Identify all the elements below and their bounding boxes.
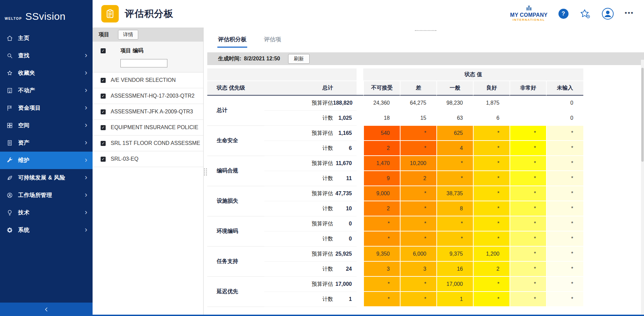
status-cell: * xyxy=(546,171,583,186)
sidebar-item-8[interactable]: 可持续发展 & 风险 › xyxy=(0,169,93,187)
more-options-button[interactable]: ••• xyxy=(625,9,634,18)
page-title: 评估积分板 xyxy=(125,7,173,20)
select-all-checkbox[interactable]: ✓ xyxy=(101,48,106,53)
status-column-header: 非常好 xyxy=(509,81,546,96)
projects-panel: 项目 详情 ✓ 项目 编码 ✓ A/E VENDOR SELECTION ✓ A… xyxy=(93,28,203,316)
tab-assessment-items[interactable]: 评估项 xyxy=(263,34,282,48)
projects-panel-tabs: 项目 详情 xyxy=(93,28,203,42)
priority-label: 总计 xyxy=(207,96,264,126)
priority-label: 延迟优先 xyxy=(207,277,264,307)
status-cell: * xyxy=(546,292,583,307)
lightbulb-icon xyxy=(6,209,13,216)
gutter xyxy=(357,277,363,292)
status-cell: 98,230 xyxy=(436,96,473,111)
status-cell: * xyxy=(473,231,509,247)
status-header-row: 状态 优先级 总计 不可接受差一般良好非常好未输入 xyxy=(207,81,583,96)
sidebar-item-5[interactable]: 空间 › xyxy=(0,117,93,134)
status-cell: * xyxy=(473,216,509,231)
project-checkbox[interactable]: ✓ xyxy=(101,109,106,114)
project-checkbox[interactable]: ✓ xyxy=(101,157,106,162)
user-avatar-button[interactable] xyxy=(601,7,614,20)
status-cell: * xyxy=(400,126,436,141)
project-checkbox[interactable]: ✓ xyxy=(101,78,106,83)
status-cell: * xyxy=(400,201,436,216)
tab-details[interactable]: 详情 xyxy=(118,30,138,40)
chevron-left-icon xyxy=(44,307,49,312)
sidebar-item-11[interactable]: 系统 › xyxy=(0,221,93,239)
project-code-filter-input[interactable] xyxy=(120,59,167,67)
sidebar-item-9[interactable]: 工作场所管理 › xyxy=(0,187,93,204)
sidebar-item-label: 工作场所管理 xyxy=(18,192,52,199)
status-priority-header: 状态 优先级 xyxy=(207,81,264,96)
status-value-header-row: 状态 值 xyxy=(207,68,583,81)
sidebar-item-3[interactable]: 不动产 › xyxy=(0,82,93,99)
gutter xyxy=(357,247,363,262)
status-cell: 0 xyxy=(546,111,583,126)
status-cell: 1,875 xyxy=(473,96,509,111)
sidebar-item-6[interactable]: 资产 › xyxy=(0,134,93,152)
chevron-right-icon: › xyxy=(85,87,87,95)
project-code: ASSESSMENT-JFK A-2009-QTR3 xyxy=(111,109,193,115)
status-cell: 1,470 xyxy=(363,156,400,171)
sidebar-item-2[interactable]: 收藏夹 › xyxy=(0,64,93,82)
status-cell: 2 xyxy=(473,262,509,277)
vertical-scrollbar[interactable] xyxy=(641,60,644,315)
total-value: 11 xyxy=(333,171,357,186)
status-cell: * xyxy=(363,216,400,231)
status-cell: 540 xyxy=(363,126,400,141)
status-cell xyxy=(509,96,546,111)
project-checkbox[interactable]: ✓ xyxy=(101,125,106,130)
project-checkbox[interactable]: ✓ xyxy=(101,141,106,146)
scoreboard-wrap: 状态 值 状态 优先级 总计 不可接受差一般良好非常好未输入 总计预算评估188… xyxy=(207,68,644,316)
metric-label: 计数 xyxy=(264,292,333,307)
sidebar-item-0[interactable]: 主页 xyxy=(0,30,93,47)
status-cell: * xyxy=(546,231,583,247)
scrollbar-thumb[interactable] xyxy=(641,68,644,162)
chevron-right-icon: › xyxy=(85,104,87,112)
company-logo: MY COMPANY INTERNATIONAL xyxy=(510,6,548,21)
project-checkbox[interactable]: ✓ xyxy=(101,94,106,99)
status-cell: * xyxy=(546,126,583,141)
status-cell: * xyxy=(546,186,583,201)
priority-label: 设施损失 xyxy=(207,186,264,216)
project-row: ✓ SRL 1ST FLOOR COND ASSESSME xyxy=(93,136,203,151)
sidebar-item-label: 技术 xyxy=(18,209,30,216)
sidebar-item-label: 收藏夹 xyxy=(18,69,35,77)
scoreboard-row: 环境编码预算评估0****** xyxy=(207,216,583,231)
tab-scoreboard[interactable]: 评估积分板 xyxy=(217,34,247,48)
status-cell: 6,000 xyxy=(400,247,436,262)
generated-time-value: 8/2/2021 12:50 xyxy=(244,56,280,62)
total-value: 6 xyxy=(333,141,357,156)
favorite-settings-button[interactable] xyxy=(579,8,591,19)
status-column-header: 良好 xyxy=(473,81,509,96)
status-cell: * xyxy=(400,216,436,231)
status-cell: 2 xyxy=(400,171,436,186)
chevron-right-icon: › xyxy=(85,69,87,77)
total-value: 1,025 xyxy=(333,111,357,126)
metric-label: 预算评估 xyxy=(264,247,333,262)
sidebar-item-label: 资产 xyxy=(18,139,30,147)
flag-icon xyxy=(6,104,13,112)
status-column-header: 一般 xyxy=(436,81,473,96)
status-cell: * xyxy=(473,292,509,307)
status-cell: * xyxy=(400,292,436,307)
status-cell: 4 xyxy=(436,141,473,156)
help-button[interactable]: ? xyxy=(558,9,569,19)
gutter xyxy=(357,68,363,81)
tab-projects[interactable]: 项目 xyxy=(96,31,112,38)
chevron-right-icon: › xyxy=(85,209,87,217)
project-code: SRL-03-EQ xyxy=(111,156,139,162)
sidebar-item-1[interactable]: 查找 › xyxy=(0,47,93,64)
refresh-button[interactable]: 刷新 xyxy=(288,54,310,64)
status-column-header: 未输入 xyxy=(546,81,583,96)
sidebar-item-7[interactable]: 维护 › xyxy=(0,152,93,169)
sidebar-item-4[interactable]: 资金项目 › xyxy=(0,99,93,117)
sidebar-item-10[interactable]: 技术 › xyxy=(0,204,93,221)
sidebar-collapse-button[interactable] xyxy=(0,303,93,316)
avatar-icon xyxy=(601,7,614,20)
priority-label: 生命安全 xyxy=(207,126,264,156)
panel-splitter[interactable] xyxy=(203,28,207,316)
metric-label: 预算评估 xyxy=(264,156,333,171)
status-cell: 10,200 xyxy=(400,156,436,171)
total-value: 17,000 xyxy=(333,277,357,292)
